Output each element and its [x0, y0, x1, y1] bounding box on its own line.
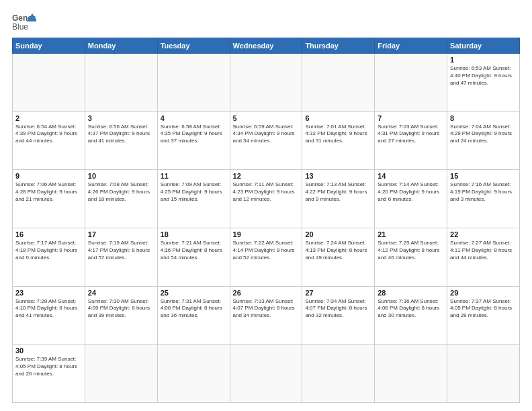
day-number: 27	[305, 289, 371, 297]
calendar-cell: 6Sunrise: 7:01 AM Sunset: 4:32 PM Daylig…	[302, 111, 375, 170]
day-number: 22	[450, 230, 517, 238]
day-info: Sunrise: 7:27 AM Sunset: 4:11 PM Dayligh…	[450, 240, 517, 261]
day-number: 9	[15, 172, 82, 180]
calendar-cell	[375, 54, 447, 112]
column-header-thursday: Thursday	[302, 38, 375, 54]
day-number: 3	[88, 114, 154, 122]
calendar-cell: 13Sunrise: 7:13 AM Sunset: 4:22 PM Dayli…	[302, 170, 375, 228]
calendar-cell	[375, 345, 447, 403]
calendar-cell: 12Sunrise: 7:11 AM Sunset: 4:23 PM Dayli…	[230, 170, 302, 228]
calendar-cell: 14Sunrise: 7:14 AM Sunset: 4:20 PM Dayli…	[375, 170, 447, 228]
calendar-week-row: 1Sunrise: 6:53 AM Sunset: 4:40 PM Daylig…	[13, 54, 520, 112]
logo-svg: General Blue	[12, 12, 36, 32]
day-number: 15	[450, 172, 517, 180]
calendar-week-row: 2Sunrise: 6:54 AM Sunset: 4:39 PM Daylig…	[13, 111, 520, 170]
day-info: Sunrise: 7:09 AM Sunset: 4:25 PM Dayligh…	[161, 181, 227, 203]
day-info: Sunrise: 7:21 AM Sunset: 4:16 PM Dayligh…	[161, 240, 227, 261]
day-info: Sunrise: 7:19 AM Sunset: 4:17 PM Dayligh…	[88, 240, 154, 261]
calendar-cell: 17Sunrise: 7:19 AM Sunset: 4:17 PM Dayli…	[85, 228, 157, 286]
day-number: 18	[161, 230, 227, 238]
calendar-header-row: SundayMondayTuesdayWednesdayThursdayFrid…	[13, 38, 520, 54]
calendar-cell: 25Sunrise: 7:31 AM Sunset: 4:08 PM Dayli…	[157, 286, 230, 345]
calendar-cell: 22Sunrise: 7:27 AM Sunset: 4:11 PM Dayli…	[447, 228, 520, 286]
day-number: 30	[15, 347, 82, 355]
day-info: Sunrise: 6:54 AM Sunset: 4:39 PM Dayligh…	[15, 124, 82, 145]
day-number: 13	[305, 172, 371, 180]
day-number: 28	[378, 289, 444, 297]
day-info: Sunrise: 7:28 AM Sunset: 4:10 PM Dayligh…	[15, 298, 82, 320]
calendar-table: SundayMondayTuesdayWednesdayThursdayFrid…	[12, 38, 520, 403]
day-info: Sunrise: 7:34 AM Sunset: 4:07 PM Dayligh…	[305, 298, 371, 320]
day-number: 7	[378, 114, 444, 122]
day-info: Sunrise: 6:53 AM Sunset: 4:40 PM Dayligh…	[450, 65, 517, 87]
day-info: Sunrise: 7:37 AM Sunset: 4:05 PM Dayligh…	[450, 298, 517, 320]
calendar-cell: 15Sunrise: 7:16 AM Sunset: 4:19 PM Dayli…	[447, 170, 520, 228]
page: General Blue SundayMondayTuesdayWednesda…	[0, 0, 532, 411]
calendar-cell: 3Sunrise: 6:56 AM Sunset: 4:37 PM Daylig…	[85, 111, 157, 170]
day-info: Sunrise: 7:17 AM Sunset: 4:18 PM Dayligh…	[15, 240, 82, 261]
day-number: 8	[450, 114, 517, 122]
calendar-cell: 9Sunrise: 7:06 AM Sunset: 4:28 PM Daylig…	[13, 170, 85, 228]
calendar-cell: 18Sunrise: 7:21 AM Sunset: 4:16 PM Dayli…	[157, 228, 230, 286]
calendar-cell	[447, 345, 520, 403]
day-info: Sunrise: 7:31 AM Sunset: 4:08 PM Dayligh…	[161, 298, 227, 320]
column-header-wednesday: Wednesday	[230, 38, 302, 54]
calendar-week-row: 23Sunrise: 7:28 AM Sunset: 4:10 PM Dayli…	[13, 286, 520, 345]
column-header-friday: Friday	[375, 38, 447, 54]
logo-container: General Blue	[12, 12, 36, 32]
calendar-week-row: 30Sunrise: 7:39 AM Sunset: 4:05 PM Dayli…	[13, 345, 520, 403]
day-number: 11	[161, 172, 227, 180]
day-number: 26	[233, 289, 300, 297]
day-number: 1	[450, 56, 517, 64]
calendar-cell	[157, 345, 230, 403]
day-number: 10	[88, 172, 154, 180]
day-number: 25	[161, 289, 227, 297]
calendar-cell: 1Sunrise: 6:53 AM Sunset: 4:40 PM Daylig…	[447, 54, 520, 112]
column-header-saturday: Saturday	[447, 38, 520, 54]
header: General Blue	[12, 12, 520, 32]
day-info: Sunrise: 7:11 AM Sunset: 4:23 PM Dayligh…	[233, 181, 300, 203]
calendar-cell	[85, 54, 157, 112]
day-number: 21	[378, 230, 444, 238]
calendar-cell: 4Sunrise: 6:58 AM Sunset: 4:35 PM Daylig…	[157, 111, 230, 170]
day-number: 12	[233, 172, 300, 180]
calendar-cell: 29Sunrise: 7:37 AM Sunset: 4:05 PM Dayli…	[447, 286, 520, 345]
calendar-cell: 8Sunrise: 7:04 AM Sunset: 4:29 PM Daylig…	[447, 111, 520, 170]
day-number: 6	[305, 114, 371, 122]
day-number: 16	[15, 230, 82, 238]
day-number: 17	[88, 230, 154, 238]
column-header-monday: Monday	[85, 38, 157, 54]
calendar-cell: 10Sunrise: 7:08 AM Sunset: 4:26 PM Dayli…	[85, 170, 157, 228]
calendar-cell: 30Sunrise: 7:39 AM Sunset: 4:05 PM Dayli…	[13, 345, 85, 403]
calendar-cell	[157, 54, 230, 112]
calendar-cell	[13, 54, 85, 112]
column-header-sunday: Sunday	[13, 38, 85, 54]
day-info: Sunrise: 7:36 AM Sunset: 4:06 PM Dayligh…	[378, 298, 444, 320]
calendar-cell	[230, 345, 302, 403]
day-info: Sunrise: 7:04 AM Sunset: 4:29 PM Dayligh…	[450, 124, 517, 145]
day-number: 4	[161, 114, 227, 122]
day-info: Sunrise: 7:14 AM Sunset: 4:20 PM Dayligh…	[378, 181, 444, 203]
day-number: 29	[450, 289, 517, 297]
calendar-cell	[302, 54, 375, 112]
day-info: Sunrise: 7:39 AM Sunset: 4:05 PM Dayligh…	[15, 356, 82, 377]
calendar-cell: 5Sunrise: 6:59 AM Sunset: 4:34 PM Daylig…	[230, 111, 302, 170]
calendar-cell: 2Sunrise: 6:54 AM Sunset: 4:39 PM Daylig…	[13, 111, 85, 170]
svg-text:Blue: Blue	[12, 22, 28, 32]
calendar-cell: 23Sunrise: 7:28 AM Sunset: 4:10 PM Dayli…	[13, 286, 85, 345]
day-number: 5	[233, 114, 300, 122]
calendar-cell: 21Sunrise: 7:25 AM Sunset: 4:12 PM Dayli…	[375, 228, 447, 286]
day-info: Sunrise: 7:30 AM Sunset: 4:09 PM Dayligh…	[88, 298, 154, 320]
calendar-cell	[85, 345, 157, 403]
day-info: Sunrise: 6:56 AM Sunset: 4:37 PM Dayligh…	[88, 124, 154, 145]
day-info: Sunrise: 6:58 AM Sunset: 4:35 PM Dayligh…	[161, 124, 227, 145]
day-info: Sunrise: 7:03 AM Sunset: 4:31 PM Dayligh…	[378, 124, 444, 145]
calendar-cell: 19Sunrise: 7:22 AM Sunset: 4:14 PM Dayli…	[230, 228, 302, 286]
logo: General Blue	[12, 12, 36, 32]
day-info: Sunrise: 7:22 AM Sunset: 4:14 PM Dayligh…	[233, 240, 300, 261]
day-info: Sunrise: 7:06 AM Sunset: 4:28 PM Dayligh…	[15, 181, 82, 203]
day-number: 24	[88, 289, 154, 297]
day-info: Sunrise: 7:24 AM Sunset: 4:13 PM Dayligh…	[305, 240, 371, 261]
calendar-week-row: 9Sunrise: 7:06 AM Sunset: 4:28 PM Daylig…	[13, 170, 520, 228]
calendar-cell: 16Sunrise: 7:17 AM Sunset: 4:18 PM Dayli…	[13, 228, 85, 286]
